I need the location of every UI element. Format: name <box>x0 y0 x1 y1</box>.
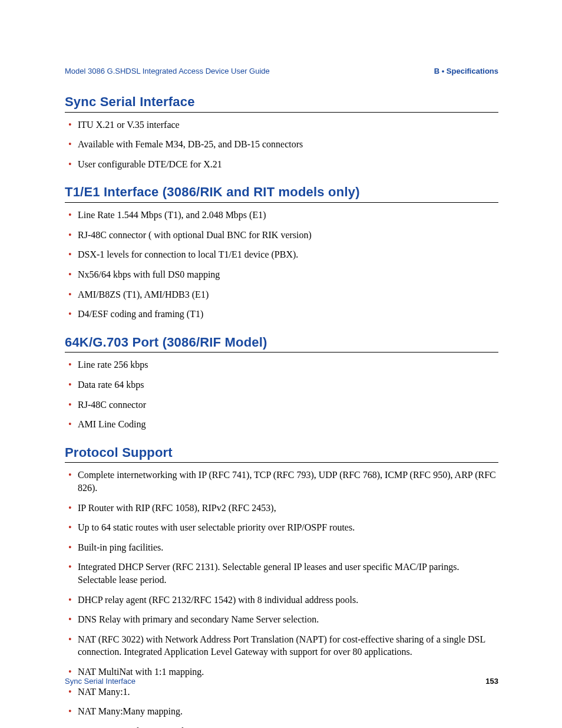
list-item: ITU X.21 or V.35 interface <box>65 118 498 131</box>
list-item: Up to 64 static routes with user selecta… <box>65 521 498 534</box>
list-item: NAT Many:1. <box>65 686 498 699</box>
footer-section-name: Sync Serial Interface <box>65 676 135 687</box>
page-footer: Sync Serial Interface 153 <box>65 676 498 687</box>
list-item: NAT (RFC 3022) with Network Address Port… <box>65 633 498 658</box>
content-area: Sync Serial Interface ITU X.21 or V.35 i… <box>65 93 498 728</box>
list-item: RJ-48C connector ( with optional Dual BN… <box>65 229 498 242</box>
list-item: AMI Line Coding <box>65 418 498 431</box>
list-item: Complete internetworking with IP (RFC 74… <box>65 469 498 494</box>
running-header: Model 3086 G.SHDSL Integrated Access Dev… <box>65 66 498 77</box>
list-item: DNS Relay with primary and secondary Nam… <box>65 613 498 626</box>
list-item: NAT Port/IP redirection and mapping. <box>65 725 498 728</box>
section-heading: Sync Serial Interface <box>65 93 498 113</box>
page-number: 153 <box>485 676 498 687</box>
list-item: User configurable DTE/DCE for X.21 <box>65 158 498 171</box>
page: Model 3086 G.SHDSL Integrated Access Dev… <box>0 0 562 728</box>
list-item: Data rate 64 kbps <box>65 378 498 391</box>
section-heading: T1/E1 Interface (3086/RIK and RIT models… <box>65 183 498 203</box>
list-item: Available with Female M34, DB-25, and DB… <box>65 138 498 151</box>
doc-title: Model 3086 G.SHDSL Integrated Access Dev… <box>65 66 270 77</box>
section-heading: 64K/G.703 Port (3086/RIF Model) <box>65 334 498 353</box>
list-item: RJ-48C connector <box>65 398 498 411</box>
list-item: Nx56/64 kbps with full DS0 mapping <box>65 268 498 281</box>
list-item: Integrated DHCP Server (RFC 2131). Selec… <box>65 561 498 586</box>
bullet-list: ITU X.21 or V.35 interface Available wit… <box>65 118 498 171</box>
list-item: IP Router with RIP (RFC 1058), RIPv2 (RF… <box>65 502 498 515</box>
section-heading: Protocol Support <box>65 444 498 463</box>
bullet-list: Complete internetworking with IP (RFC 74… <box>65 469 498 728</box>
list-item: DSX-1 levels for connection to local T1/… <box>65 248 498 261</box>
list-item: AMI/B8ZS (T1), AMI/HDB3 (E1) <box>65 288 498 301</box>
bullet-list: Line rate 256 kbps Data rate 64 kbps RJ-… <box>65 358 498 430</box>
list-item: Line rate 256 kbps <box>65 358 498 371</box>
list-item: Built-in ping facilities. <box>65 541 498 554</box>
chapter-label: B • Specifications <box>434 66 498 77</box>
list-item: Line Rate 1.544 Mbps (T1), and 2.048 Mbp… <box>65 209 498 222</box>
bullet-list: Line Rate 1.544 Mbps (T1), and 2.048 Mbp… <box>65 209 498 321</box>
list-item: NAT Many:Many mapping. <box>65 705 498 718</box>
list-item: D4/ESF coding and framing (T1) <box>65 308 498 321</box>
list-item: DHCP relay agent (RFC 2132/RFC 1542) wit… <box>65 594 498 607</box>
